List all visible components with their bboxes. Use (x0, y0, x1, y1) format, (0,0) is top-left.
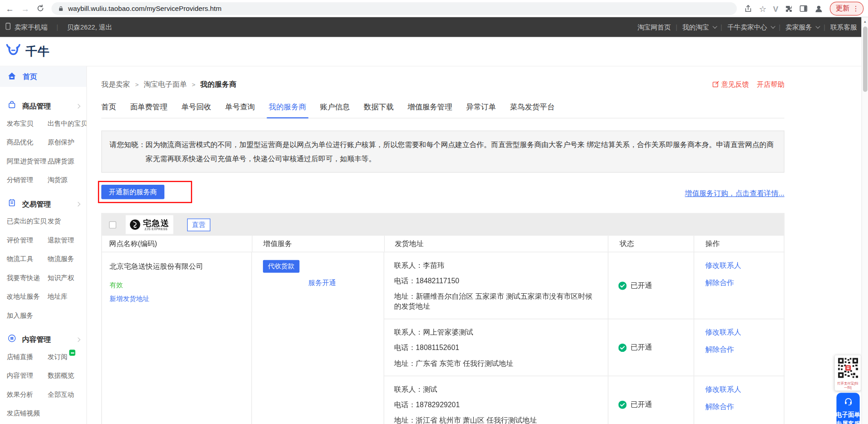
sidebar-item[interactable]: 发布宝贝 (7, 119, 34, 128)
sidebar-item[interactable]: 全部互动 (48, 390, 74, 399)
topbar-link-2[interactable]: 我的淘宝 (682, 22, 715, 32)
branch-name-cell: 北京宅急送快运股份有限公司 有效 新增发货地址 (102, 252, 252, 424)
breadcrumb-separator: > (135, 81, 139, 88)
shop-help-link[interactable]: 开店帮助 (757, 80, 784, 90)
sidebar-section-header-2[interactable]: 交易管理 (0, 199, 86, 209)
table-header-row: 网点名称(编码)增值服务发货地址状态操作 (102, 236, 784, 252)
profile-avatar-icon[interactable] (814, 4, 823, 13)
customer-service-widget[interactable]: 电子面单 专属客服 (837, 393, 860, 424)
sidebar-item[interactable]: 我要寄快递 (7, 273, 40, 283)
sidebar-item[interactable]: 商品优化 (7, 138, 34, 147)
service-open-link[interactable]: 服务开通 (308, 278, 336, 288)
sidebar-item[interactable]: 发订阅 (48, 352, 68, 362)
topbar-link-4[interactable]: 卖家服务 (785, 22, 818, 32)
unbind-cooperation-link[interactable]: 解除合作 (705, 402, 734, 412)
topbar-link-3[interactable]: 千牛卖家中心 (727, 22, 774, 32)
forward-icon[interactable]: → (21, 5, 29, 13)
scrollbar-thumb[interactable] (863, 27, 868, 92)
tab-数据下载[interactable]: 数据下载 (364, 102, 394, 118)
tab-异常订单[interactable]: 异常订单 (466, 102, 496, 118)
sidebar-item[interactable]: 改地址服务 (7, 292, 40, 302)
tab-我的服务商[interactable]: 我的服务商 (269, 102, 306, 118)
sidebar-item[interactable]: 内容管理 (7, 371, 34, 381)
sidebar-section-title: 内容管理 (22, 335, 70, 345)
unbind-cooperation-link[interactable]: 解除合作 (705, 345, 734, 355)
extensions-puzzle-icon[interactable] (785, 5, 793, 12)
sidebar-item[interactable]: 加入服务 (7, 311, 34, 320)
sidebar-item[interactable]: 物流工具 (7, 255, 34, 264)
chevron-down-icon (712, 24, 717, 29)
provider-select-checkbox[interactable] (109, 221, 116, 228)
vas-order-details-link[interactable]: 增值服务订购，点击查看详情... (685, 189, 784, 199)
tab-增值服务管理[interactable]: 增值服务管理 (407, 102, 452, 118)
operations-cell: 修改联系人解除合作 (694, 376, 784, 424)
sidebar-section-header-3[interactable]: 内容管理 (0, 334, 86, 345)
breadcrumb-item: 我的服务商 (200, 80, 236, 90)
status-badge: 已开通 (630, 281, 652, 291)
topbar-link-1[interactable]: 淘宝网首页 (637, 22, 670, 32)
sidebar-item[interactable]: 评价管理 (7, 236, 34, 245)
red-annotation-box: 开通新的服务商 (98, 181, 192, 203)
seller-mobile-link[interactable]: 卖家手机端 (15, 22, 48, 32)
extension-v-icon[interactable]: V (773, 5, 778, 12)
scrollbar-up-arrow[interactable]: ▲ (862, 17, 868, 23)
open-new-provider-button[interactable]: 开通新的服务商 (101, 185, 164, 199)
back-icon[interactable]: ← (5, 5, 14, 13)
sidebar-item[interactable]: 知识产权 (48, 273, 74, 283)
chrome-menu-icon[interactable]: ⋮ (853, 5, 859, 12)
sidebar-item[interactable]: 淘货源 (48, 175, 68, 185)
user-logout-link[interactable]: 贝森2622, 退出 (67, 22, 112, 32)
sidebar-item[interactable]: 分销管理 (7, 175, 34, 185)
tab-单号查询[interactable]: 单号查询 (225, 102, 255, 118)
home-icon (8, 72, 16, 82)
breadcrumb-item[interactable]: 我是卖家 (101, 80, 130, 90)
contact-phone: 电话：18782929201 (394, 400, 597, 410)
alipay-qr-widget[interactable]: 打开支付宝[扫一扫] (835, 355, 861, 390)
brand-name: 千牛 (25, 44, 50, 59)
tab-首页[interactable]: 首页 (101, 102, 116, 118)
side-panel-icon[interactable] (799, 5, 808, 13)
feedback-link[interactable]: 意见反馈 (721, 80, 749, 90)
sidebar-item[interactable]: 效果分析 (7, 390, 34, 399)
breadcrumb-item[interactable]: 淘宝电子面单 (144, 80, 187, 90)
tab-面单费管理[interactable]: 面单费管理 (130, 102, 167, 118)
edit-contact-link[interactable]: 修改联系人 (705, 261, 741, 271)
edit-contact-link[interactable]: 修改联系人 (705, 328, 741, 338)
sidebar: 首页 商品管理发布宝贝出售中的宝贝商品优化原创保护阿里进货管理品牌货源分销管理淘… (0, 66, 87, 424)
sidebar-item[interactable]: 已卖出的宝贝 (7, 217, 47, 227)
cod-service-tag: 代收货款 (263, 260, 299, 273)
bookmark-star-icon[interactable]: ☆ (759, 5, 766, 13)
unbind-cooperation-link[interactable]: 解除合作 (705, 278, 734, 288)
add-shipping-address-link[interactable]: 新增发货地址 (109, 294, 149, 304)
sidebar-item[interactable]: 阿里进货管理 (7, 157, 47, 166)
tab-菜鸟发货平台[interactable]: 菜鸟发货平台 (510, 102, 555, 118)
sidebar-item[interactable]: 原创保护 (48, 138, 74, 147)
topbar-link-5[interactable]: 联系客服 (830, 22, 857, 32)
tab-账户信息[interactable]: 账户信息 (320, 102, 350, 118)
sidebar-item[interactable]: 地址库 (48, 292, 68, 302)
address-bar[interactable]: waybill.wuliu.taobao.com/myServiceProvid… (51, 2, 737, 15)
browser-window: ← → waybill.wuliu.taobao.com/myServicePr… (0, 0, 868, 424)
qr-caption: 打开支付宝[扫一扫] (836, 382, 859, 389)
validity-status: 有效 (109, 281, 243, 290)
sidebar-item[interactable]: 退款管理 (48, 236, 74, 245)
sidebar-item[interactable]: 店铺直播 (7, 352, 34, 362)
column-header: 操作 (694, 236, 784, 251)
sidebar-item[interactable]: 数据概览 (48, 371, 74, 381)
zjs-express-logo: 宅急送 ZJS EXPRESS (126, 215, 174, 234)
edit-contact-link[interactable]: 修改联系人 (705, 385, 741, 394)
sidebar-item[interactable]: 品牌货源 (48, 157, 74, 166)
share-icon[interactable] (744, 5, 752, 13)
sidebar-item-home[interactable]: 首页 (0, 66, 86, 87)
chrome-update-button[interactable]: 更新 ⋮ (830, 2, 863, 15)
column-header: 网点名称(编码) (102, 236, 252, 251)
sidebar-item[interactable]: 出售中的宝贝 (48, 119, 87, 128)
reload-icon[interactable] (36, 4, 44, 13)
sidebar-item[interactable]: 发货 (48, 217, 61, 227)
sidebar-item[interactable]: 发店铺视频 (7, 409, 40, 419)
sidebar-item[interactable]: 物流服务 (48, 255, 74, 264)
contact-address: 地址：广东省 东莞市 任我行测试地址 (394, 359, 597, 369)
sidebar-section-header-1[interactable]: 商品管理 (0, 101, 86, 111)
tab-单号回收[interactable]: 单号回收 (181, 102, 211, 118)
bag-icon (8, 101, 16, 111)
